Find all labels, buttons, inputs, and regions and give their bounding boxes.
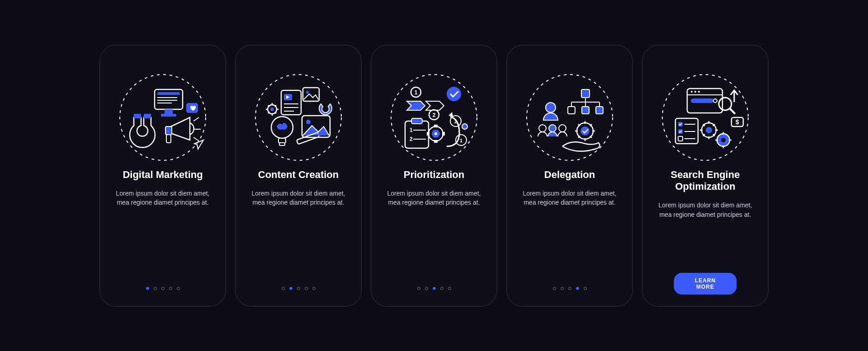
svg-rect-94 bbox=[691, 98, 713, 103]
svg-point-92 bbox=[694, 91, 696, 93]
card-title: Digital Marketing bbox=[123, 169, 203, 181]
digital-marketing-icon bbox=[118, 72, 208, 163]
svg-rect-13 bbox=[134, 114, 141, 118]
learn-more-button[interactable]: LEARN MORE bbox=[674, 273, 737, 295]
svg-point-76 bbox=[549, 125, 556, 132]
svg-text:2: 2 bbox=[433, 112, 436, 118]
dot-2[interactable] bbox=[425, 287, 428, 290]
svg-rect-35 bbox=[303, 88, 319, 101]
svg-point-0 bbox=[120, 75, 206, 160]
dot-3[interactable] bbox=[161, 287, 165, 290]
dot-2[interactable] bbox=[289, 287, 292, 290]
dot-1[interactable] bbox=[282, 287, 285, 290]
svg-rect-103 bbox=[678, 136, 683, 141]
card-title: Delegation bbox=[544, 169, 595, 181]
dot-5[interactable] bbox=[312, 287, 316, 290]
card-description: Lorem ipsum dolor sit diem amet, mea reg… bbox=[652, 201, 758, 219]
card-description: Lorem ipsum dolor sit diem amet, mea reg… bbox=[517, 189, 623, 207]
card-description: Lorem ipsum dolor sit diem amet, mea reg… bbox=[381, 189, 487, 207]
svg-point-93 bbox=[698, 91, 700, 93]
svg-point-63 bbox=[462, 124, 467, 129]
svg-rect-19 bbox=[279, 143, 285, 145]
svg-point-91 bbox=[691, 91, 693, 93]
svg-rect-72 bbox=[582, 107, 589, 114]
svg-text:2: 2 bbox=[410, 136, 413, 142]
svg-point-95 bbox=[713, 99, 717, 103]
svg-point-36 bbox=[306, 91, 309, 94]
dot-4[interactable] bbox=[576, 287, 579, 290]
svg-rect-55 bbox=[434, 125, 438, 127]
page-indicator bbox=[100, 287, 226, 290]
svg-point-54 bbox=[434, 132, 437, 135]
dot-4[interactable] bbox=[305, 287, 308, 290]
onboarding-card-seo: $ Search Engine Optimization Lorem ipsum… bbox=[642, 45, 769, 307]
svg-point-21 bbox=[270, 108, 274, 111]
dot-4[interactable] bbox=[169, 287, 172, 290]
svg-point-106 bbox=[706, 127, 712, 133]
svg-point-16 bbox=[255, 75, 341, 160]
dot-2[interactable] bbox=[154, 287, 157, 290]
dot-1[interactable] bbox=[146, 287, 149, 290]
page-indicator bbox=[371, 287, 497, 290]
svg-point-38 bbox=[306, 120, 311, 124]
content-creation-icon bbox=[253, 72, 344, 163]
dot-5[interactable] bbox=[177, 287, 180, 290]
dot-2[interactable] bbox=[561, 287, 564, 290]
svg-rect-71 bbox=[568, 107, 575, 114]
prioritization-icon: 1 2 1 2 2 bbox=[389, 72, 479, 163]
svg-text:1: 1 bbox=[460, 138, 462, 143]
svg-rect-7 bbox=[161, 114, 176, 117]
svg-point-116 bbox=[721, 138, 726, 142]
svg-rect-57 bbox=[427, 132, 429, 136]
dot-3[interactable] bbox=[433, 287, 436, 290]
svg-line-10 bbox=[193, 117, 199, 121]
svg-rect-18 bbox=[278, 138, 286, 143]
page-indicator bbox=[236, 287, 361, 290]
svg-text:2: 2 bbox=[454, 119, 457, 124]
dot-3[interactable] bbox=[297, 287, 300, 290]
svg-rect-8 bbox=[165, 126, 172, 135]
svg-rect-47 bbox=[411, 118, 422, 124]
onboarding-card-prioritization: 1 2 1 2 2 bbox=[371, 45, 497, 307]
onboarding-card-content-creation: Content Creation Lorem ipsum dolor sit d… bbox=[235, 45, 362, 307]
svg-rect-58 bbox=[442, 132, 445, 136]
dot-1[interactable] bbox=[553, 287, 556, 290]
svg-rect-56 bbox=[434, 140, 438, 143]
svg-point-45 bbox=[447, 87, 461, 101]
svg-point-96 bbox=[719, 98, 731, 110]
svg-rect-73 bbox=[596, 107, 603, 114]
svg-text:$: $ bbox=[736, 118, 739, 126]
dot-4[interactable] bbox=[440, 287, 443, 290]
dot-3[interactable] bbox=[568, 287, 571, 290]
seo-icon: $ bbox=[660, 72, 750, 163]
svg-point-74 bbox=[546, 103, 556, 112]
svg-rect-9 bbox=[166, 135, 171, 143]
svg-point-64 bbox=[527, 75, 613, 160]
onboarding-card-digital-marketing: Digital Marketing Lorem ipsum dolor sit … bbox=[99, 45, 226, 307]
dot-1[interactable] bbox=[417, 287, 420, 290]
onboarding-row: Digital Marketing Lorem ipsum dolor sit … bbox=[9, 45, 859, 307]
svg-line-97 bbox=[730, 108, 735, 114]
card-title: Content Creation bbox=[258, 169, 339, 181]
svg-text:1: 1 bbox=[415, 89, 418, 96]
svg-rect-6 bbox=[165, 109, 173, 114]
card-description: Lorem ipsum dolor sit diem amet, mea reg… bbox=[245, 189, 351, 207]
card-description: Lorem ipsum dolor sit diem amet, mea reg… bbox=[110, 189, 216, 207]
svg-point-87 bbox=[580, 126, 590, 136]
card-title: Prioritization bbox=[404, 169, 464, 181]
svg-rect-65 bbox=[581, 89, 590, 98]
dot-5[interactable] bbox=[448, 287, 451, 290]
svg-text:1: 1 bbox=[410, 127, 413, 133]
svg-rect-46 bbox=[405, 121, 429, 148]
card-title: Search Engine Optimization bbox=[652, 169, 758, 193]
delegation-icon bbox=[524, 72, 615, 163]
onboarding-card-delegation: Delegation Lorem ipsum dolor sit diem am… bbox=[506, 45, 633, 307]
svg-line-12 bbox=[193, 137, 199, 141]
svg-point-77 bbox=[559, 125, 566, 132]
svg-rect-14 bbox=[144, 114, 151, 118]
page-indicator bbox=[507, 287, 632, 290]
svg-point-75 bbox=[539, 125, 546, 132]
dot-5[interactable] bbox=[584, 287, 587, 290]
svg-rect-2 bbox=[157, 92, 180, 95]
